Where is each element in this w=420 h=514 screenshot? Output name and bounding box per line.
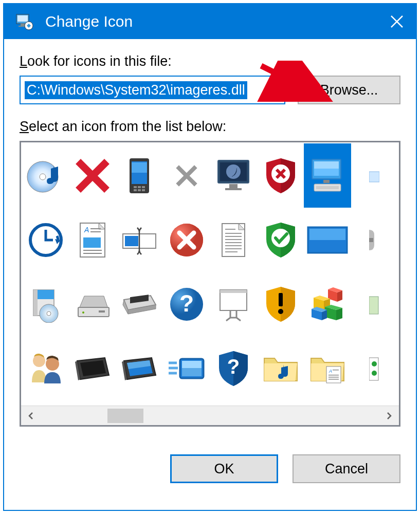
svg-rect-79 xyxy=(328,375,339,376)
titlebar: Change Icon xyxy=(4,4,416,39)
svg-rect-45 xyxy=(225,239,242,240)
look-for-rest: ook for icons in this file: xyxy=(27,53,172,69)
svg-rect-12 xyxy=(142,186,145,188)
svg-rect-53 xyxy=(369,238,373,242)
svg-rect-49 xyxy=(225,251,238,252)
shield-question-icon[interactable]: ? xyxy=(210,336,257,400)
svg-rect-81 xyxy=(328,379,339,380)
horizontal-scrollbar[interactable] xyxy=(21,406,399,425)
scroll-right-arrow[interactable] xyxy=(379,407,399,425)
red-circle-x-icon[interactable] xyxy=(163,208,210,272)
whiteboard-icon[interactable] xyxy=(210,272,257,336)
svg-rect-27 xyxy=(316,186,339,189)
scanner-icon[interactable] xyxy=(116,272,163,336)
select-mnemonic: S xyxy=(20,119,29,134)
svg-rect-60 xyxy=(99,310,105,313)
svg-rect-15 xyxy=(142,189,145,191)
svg-rect-36 xyxy=(83,253,102,254)
path-input[interactable]: C:\Windows\System32\imageres.dll xyxy=(25,81,247,99)
clock-arrow-icon[interactable] xyxy=(22,208,69,272)
svg-point-84 xyxy=(372,371,377,376)
close-icon[interactable] xyxy=(389,14,405,29)
svg-rect-1 xyxy=(17,15,28,22)
document-lines-icon[interactable] xyxy=(210,208,257,272)
svg-rect-28 xyxy=(369,172,379,182)
users-icon[interactable] xyxy=(22,336,69,400)
svg-rect-78 xyxy=(333,370,339,371)
svg-point-18 xyxy=(226,164,241,179)
folder-music-icon[interactable] xyxy=(257,336,304,400)
svg-rect-48 xyxy=(225,248,242,249)
red-x-icon[interactable] xyxy=(69,143,116,208)
svg-rect-19 xyxy=(229,184,238,188)
svg-point-83 xyxy=(372,361,377,366)
removable-drive-icon[interactable] xyxy=(69,272,116,336)
dialog-footer: OK Cancel xyxy=(4,437,416,501)
grey-x-icon[interactable] xyxy=(163,143,210,208)
svg-rect-80 xyxy=(328,377,339,378)
look-for-mnemonic: L xyxy=(20,53,27,69)
change-icon-dialog: Change Icon Look for icons in this file:… xyxy=(3,3,417,511)
scroll-left-arrow[interactable] xyxy=(21,407,41,425)
gear-partial-icon[interactable] xyxy=(351,208,398,272)
shield-green-check-icon[interactable] xyxy=(257,208,304,272)
ok-button[interactable]: OK xyxy=(170,454,278,483)
partial-b-icon[interactable] xyxy=(351,272,398,336)
partial-a-icon[interactable] xyxy=(351,143,398,208)
svg-rect-13 xyxy=(134,189,137,191)
blocks-3d-icon[interactable] xyxy=(304,272,351,336)
svg-rect-74 xyxy=(182,361,202,368)
path-row: C:\Windows\System32\imageres.dll Browse.… xyxy=(20,76,400,104)
shield-red-x-icon[interactable] xyxy=(257,143,304,208)
folder-doc-icon[interactable]: A xyxy=(304,336,351,400)
svg-rect-9 xyxy=(132,162,147,173)
svg-point-68 xyxy=(278,309,283,314)
browse-mnemonic: B xyxy=(320,82,330,98)
svg-rect-32 xyxy=(90,228,101,229)
svg-rect-33 xyxy=(90,231,101,232)
svg-rect-44 xyxy=(225,236,242,237)
tablet-dark-icon[interactable] xyxy=(69,336,116,400)
svg-rect-10 xyxy=(134,186,137,188)
path-input-wrap[interactable]: C:\Windows\System32\imageres.dll xyxy=(20,76,285,104)
svg-point-61 xyxy=(82,311,84,314)
disc-music-icon[interactable] xyxy=(22,143,69,208)
svg-rect-38 xyxy=(125,236,138,246)
document-preview-icon[interactable]: A xyxy=(69,208,116,272)
computer-icon[interactable] xyxy=(304,143,351,208)
cancel-button[interactable]: Cancel xyxy=(293,454,400,483)
green-io-icon[interactable] xyxy=(351,336,398,400)
svg-rect-2 xyxy=(21,24,25,26)
svg-rect-82 xyxy=(369,358,378,380)
monitor-moon-icon[interactable] xyxy=(210,143,257,208)
phone-icon[interactable] xyxy=(116,143,163,208)
svg-rect-24 xyxy=(314,161,339,169)
svg-rect-69 xyxy=(369,297,378,314)
scroll-thumb[interactable] xyxy=(107,409,143,423)
svg-rect-47 xyxy=(225,245,242,246)
icon-grid: A??A xyxy=(21,142,399,401)
svg-rect-46 xyxy=(225,242,242,243)
select-list-label: Select an icon from the list below: xyxy=(20,119,400,135)
svg-rect-14 xyxy=(138,189,141,191)
scroll-track[interactable] xyxy=(41,407,379,425)
svg-rect-67 xyxy=(279,293,283,306)
blue-question-icon[interactable]: ? xyxy=(163,272,210,336)
dialog-content: Look for icons in this file: C:\Windows\… xyxy=(4,39,416,437)
icon-list-panel: A??A xyxy=(20,141,400,427)
browse-button[interactable]: Browse... xyxy=(298,76,400,104)
svg-rect-52 xyxy=(309,229,345,240)
software-box-icon[interactable] xyxy=(22,272,69,336)
svg-text:?: ? xyxy=(227,355,240,378)
svg-rect-35 xyxy=(83,250,102,251)
fast-panel-icon[interactable] xyxy=(163,336,210,400)
tablet-blue-icon[interactable] xyxy=(116,336,163,400)
svg-text:A: A xyxy=(84,226,89,234)
svg-rect-66 xyxy=(220,290,247,293)
shield-yellow-warn-icon[interactable] xyxy=(257,272,304,336)
select-rest: elect an icon from the list below: xyxy=(29,119,226,134)
svg-rect-56 xyxy=(33,290,38,316)
look-for-label: Look for icons in this file: xyxy=(20,53,400,69)
widescreen-icon[interactable] xyxy=(304,208,351,272)
text-cursor-icon[interactable] xyxy=(116,208,163,272)
